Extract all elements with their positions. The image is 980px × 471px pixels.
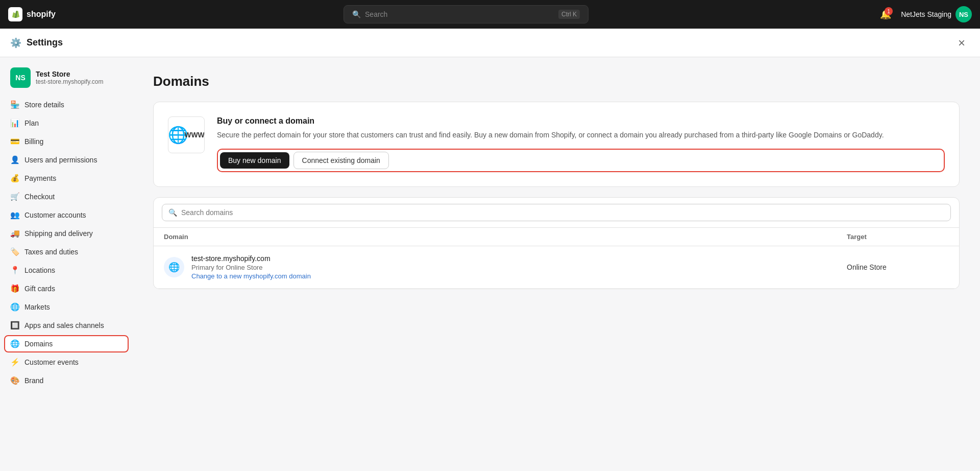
connect-existing-domain-button[interactable]: Connect existing domain [293,152,389,169]
sidebar-item-label-taxes-duties: Taxes and duties [24,248,78,256]
user-avatar[interactable]: NS [955,6,972,22]
domain-target: Online Store [847,263,949,271]
domain-row: 🌐 test-store.myshopify.com Primary for O… [154,246,959,289]
sidebar-item-checkout[interactable]: 🛒 Checkout [4,188,129,205]
settings-gear-icon: ⚙️ [10,37,21,49]
nav-icon-store-details: 🏪 [10,100,19,109]
store-info: Test Store test-store.myshopify.com [36,70,103,85]
nav-icon-customer-events: ⚡ [10,358,19,367]
nav-icon-gift-cards: 🎁 [10,284,19,293]
table-header: Domain Target [154,228,959,246]
sidebar-item-locations[interactable]: 📍 Locations [4,262,129,279]
www-icon: 🌐 WWW [168,116,205,153]
domain-rows-container: 🌐 test-store.myshopify.com Primary for O… [154,246,959,289]
sidebar-item-customer-events[interactable]: ⚡ Customer events [4,354,129,371]
navbar: shopify 🔍 Search Ctrl K 🔔 1 NetJets Stag… [0,0,980,29]
domain-primary-label: Primary for Online Store [191,264,311,271]
search-icon: 🔍 [352,10,361,18]
user-name: NetJets Staging [901,10,951,18]
search-bar[interactable]: 🔍 Search Ctrl K [344,5,589,23]
nav-icon-billing: 💳 [10,137,19,146]
store-name: Test Store [36,70,103,78]
user-info: NetJets Staging NS [901,6,972,22]
settings-body: NS Test Store test-store.myshopify.com 🏪… [0,57,980,471]
sidebar-item-users-permissions[interactable]: 👤 Users and permissions [4,151,129,169]
domain-change-link[interactable]: Change to a new myshopify.com domain [191,272,311,280]
nav-icon-markets: 🌐 [10,302,19,312]
page-title: Domains [153,74,960,89]
nav-icon-payments: 💰 [10,174,19,183]
nav-icon-domains: 🌐 [10,339,19,348]
sidebar-item-customer-accounts[interactable]: 👥 Customer accounts [4,206,129,224]
domains-search-input-wrap[interactable]: 🔍 [162,204,951,221]
sidebar-item-label-apps-sales-channels: Apps and sales channels [24,321,104,329]
domain-name: test-store.myshopify.com [191,254,311,263]
settings-title-row: ⚙️ Settings [10,37,63,49]
sidebar-item-label-users-permissions: Users and permissions [24,156,97,164]
domains-search-card: 🔍 Domain Target 🌐 test-store.myshopify.c… [153,197,960,289]
search-domains-icon: 🔍 [168,208,177,217]
domains-search-bar-container: 🔍 [154,198,959,228]
sidebar-item-label-payments: Payments [24,174,56,182]
sidebar-item-label-shipping-delivery: Shipping and delivery [24,229,93,238]
sidebar-item-shipping-delivery[interactable]: 🚚 Shipping and delivery [4,225,129,242]
sidebar-item-label-customer-accounts: Customer accounts [24,211,86,219]
notification-button[interactable]: 🔔 1 [876,5,895,23]
navbar-left: shopify [8,7,56,21]
search-shortcut: Ctrl K [558,10,580,19]
domain-row-left: 🌐 test-store.myshopify.com Primary for O… [164,254,847,280]
buy-connect-card-body: Buy or connect a domain Secure the perfe… [217,116,945,172]
sidebar-item-plan[interactable]: 📊 Plan [4,114,129,132]
nav-icon-shipping-delivery: 🚚 [10,229,19,238]
nav-icon-checkout: 🛒 [10,192,19,201]
sidebar: NS Test Store test-store.myshopify.com 🏪… [0,57,133,471]
sidebar-item-brand[interactable]: 🎨 Brand [4,372,129,389]
nav-icon-brand: 🎨 [10,376,19,385]
notification-badge: 1 [885,7,893,15]
sidebar-item-label-brand: Brand [24,376,43,385]
search-placeholder-text: Search [365,10,387,18]
buy-connect-actions: Buy new domain Connect existing domain [217,149,945,172]
sidebar-item-markets[interactable]: 🌐 Markets [4,298,129,316]
navbar-right: 🔔 1 NetJets Staging NS [876,5,972,23]
col-domain-header: Domain [164,233,847,241]
nav-icon-users-permissions: 👤 [10,155,19,164]
settings-title: Settings [27,37,63,48]
nav-icon-customer-accounts: 👥 [10,210,19,220]
sidebar-item-domains[interactable]: 🌐 Domains [4,335,129,352]
sidebar-item-label-checkout: Checkout [24,193,55,201]
nav-icon-apps-sales-channels: 🔲 [10,321,19,330]
sidebar-item-gift-cards[interactable]: 🎁 Gift cards [4,280,129,297]
settings-modal: ⚙️ Settings × NS Test Store test-store.m… [0,29,980,471]
sidebar-item-label-locations: Locations [24,266,55,274]
store-header: NS Test Store test-store.myshopify.com [4,63,129,96]
sidebar-item-payments[interactable]: 💰 Payments [4,170,129,187]
nav-icon-locations: 📍 [10,266,19,275]
sidebar-item-taxes-duties[interactable]: 🏷️ Taxes and duties [4,243,129,261]
sidebar-item-billing[interactable]: 💳 Billing [4,133,129,150]
buy-connect-title: Buy or connect a domain [217,116,945,126]
nav-icon-taxes-duties: 🏷️ [10,247,19,256]
sidebar-item-label-store-details: Store details [24,101,64,109]
settings-header: ⚙️ Settings × [0,29,980,57]
sidebar-item-label-billing: Billing [24,137,43,146]
store-avatar: NS [10,67,31,88]
nav-icon-plan: 📊 [10,119,19,128]
col-target-header: Target [847,233,949,241]
sidebar-item-label-gift-cards: Gift cards [24,285,55,293]
close-button[interactable]: × [953,35,970,51]
search-domains-input[interactable] [181,208,944,217]
sidebar-item-store-details[interactable]: 🏪 Store details [4,96,129,113]
sidebar-item-label-customer-events: Customer events [24,358,79,366]
sidebar-item-label-plan: Plan [24,119,39,127]
shopify-logo: shopify [8,7,56,21]
nav-items-container: 🏪 Store details 📊 Plan 💳 Billing 👤 Users… [4,96,129,389]
sidebar-item-label-domains: Domains [24,340,53,348]
buy-connect-card: 🌐 WWW Buy or connect a domain Secure the… [153,102,960,187]
sidebar-item-label-markets: Markets [24,303,50,311]
buy-connect-desc: Secure the perfect domain for your store… [217,130,945,140]
main-content: Domains 🌐 WWW Buy or connect a domain Se… [133,57,980,471]
buy-new-domain-button[interactable]: Buy new domain [220,152,289,169]
sidebar-item-apps-sales-channels[interactable]: 🔲 Apps and sales channels [4,317,129,334]
domain-row-icon: 🌐 [164,257,184,277]
